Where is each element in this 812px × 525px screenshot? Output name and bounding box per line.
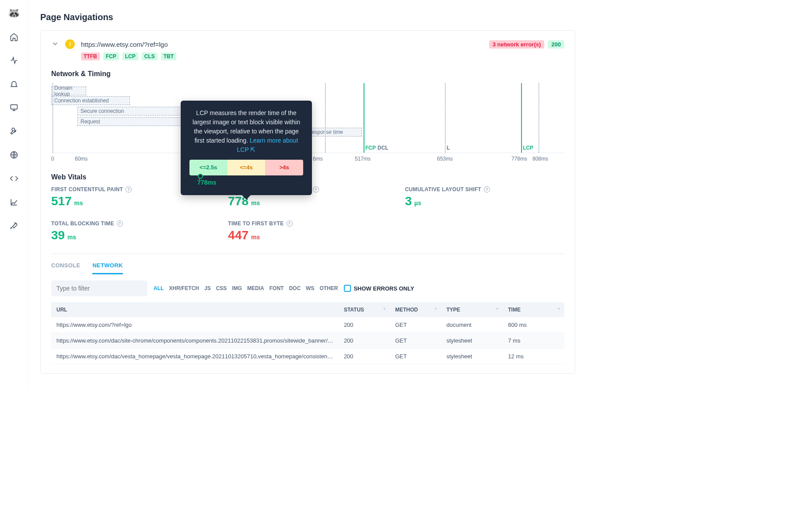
navigation-card: ! https://www.etsy.com/?ref=lgo 3 networ…: [40, 30, 575, 374]
filter-all[interactable]: ALL: [154, 285, 164, 291]
marker-end-line: [539, 83, 539, 153]
th-type[interactable]: TYPE▼: [441, 302, 503, 317]
table-row[interactable]: https://www.etsy.com/dac/site-chrome/com…: [51, 333, 564, 349]
vital-pills: TTFBFCPLCPCLSTBT: [81, 52, 564, 60]
filter-img[interactable]: IMG: [232, 285, 242, 291]
help-icon[interactable]: ?: [117, 220, 123, 227]
threshold-scale: <=2.5s <=4s >4s: [189, 160, 303, 175]
label-dcl: DCL: [378, 145, 388, 151]
filter-ws[interactable]: WS: [306, 285, 314, 291]
marker-dcl-line: [325, 83, 326, 153]
table-row[interactable]: https://www.etsy.com/?ref=lgo200GETdocum…: [51, 317, 564, 333]
filter-font[interactable]: FONT: [270, 285, 284, 291]
section-timing-title: Network & Timing: [51, 70, 564, 78]
type-filters: ALLXHR/FETCHJSCSSIMGMEDIAFONTDOCWSOTHER: [154, 285, 338, 291]
table-row[interactable]: https://www.etsy.com/dac/vesta_homepage/…: [51, 349, 564, 364]
th-url[interactable]: URL: [51, 302, 339, 317]
filter-doc[interactable]: DOC: [289, 285, 301, 291]
bar-domain-lookup: Domain lookup: [51, 87, 86, 95]
th-status[interactable]: STATUS▼: [339, 302, 390, 317]
marker-start: [52, 83, 53, 153]
filter-other[interactable]: OTHER: [319, 285, 338, 291]
tab-console[interactable]: CONSOLE: [51, 262, 80, 274]
help-icon[interactable]: ?: [287, 220, 293, 227]
pill-tbt: TBT: [161, 52, 176, 60]
nav-globe-icon[interactable]: [6, 147, 22, 163]
page-title: Page Navigations: [40, 12, 575, 22]
label-l: L: [447, 145, 450, 151]
checkbox-icon: [344, 285, 351, 292]
help-icon[interactable]: ?: [484, 186, 490, 192]
pill-ttfb: TTFB: [81, 52, 100, 60]
chevron-down-icon[interactable]: [51, 40, 59, 49]
vital-total-blocking-time: TOTAL BLOCKING TIME ?39 ms: [51, 220, 210, 242]
label-lcp: LCP: [523, 145, 533, 151]
nav-chart-icon[interactable]: [6, 194, 22, 210]
warning-icon: !: [65, 39, 75, 49]
pill-fcp: FCP: [103, 52, 119, 60]
bar-connection: Connection established: [51, 96, 130, 105]
marker-lcp-line: [521, 83, 522, 153]
filter-xhr-fetch[interactable]: XHR/FETCH: [169, 285, 199, 291]
main: Page Navigations ! https://www.etsy.com/…: [28, 0, 588, 388]
bar-secure: Secure connection: [77, 107, 182, 116]
filter-input[interactable]: [51, 280, 147, 296]
network-table: URL STATUS▼ METHOD▼ TYPE▼ TIME▼ https://…: [51, 302, 564, 364]
nav-rocket-icon[interactable]: [6, 218, 22, 234]
divider: [51, 254, 564, 254]
help-icon[interactable]: ?: [126, 186, 132, 192]
vital-time-to-first-byte: TIME TO FIRST BYTE ?447 ms: [228, 220, 387, 242]
vital-cumulative-layout-shift: CUMULATIVE LAYOUT SHIFT ?3 µs: [405, 186, 564, 208]
pill-lcp: LCP: [122, 52, 138, 60]
th-method[interactable]: METHOD▼: [390, 302, 441, 317]
pill-cls: CLS: [142, 52, 158, 60]
filter-media[interactable]: MEDIA: [247, 285, 264, 291]
nav-wrench-icon[interactable]: [6, 123, 22, 139]
filter-js[interactable]: JS: [204, 285, 211, 291]
errors-only-toggle[interactable]: SHOW ERRORS ONLY: [344, 285, 414, 292]
detail-tabs: CONSOLE NETWORK: [51, 262, 564, 274]
nav-code-icon[interactable]: [6, 171, 22, 186]
error-badge: 3 network error(s): [489, 40, 545, 49]
network-toolbar: ALLXHR/FETCHJSCSSIMGMEDIAFONTDOCWSOTHER …: [51, 280, 564, 296]
filter-css[interactable]: CSS: [216, 285, 227, 291]
marker-l-line: [445, 83, 446, 153]
nav-home-icon[interactable]: [6, 29, 22, 45]
label-fcp: FCP: [365, 145, 376, 151]
bar-response: Response time: [305, 128, 362, 136]
nav-bell-icon[interactable]: [6, 76, 22, 92]
nav-pulse-icon[interactable]: [6, 52, 22, 68]
lcp-tooltip: LCP measures the render time of the larg…: [181, 101, 312, 195]
svg-rect-0: [10, 105, 17, 109]
logo: 🦝: [6, 5, 22, 21]
th-time[interactable]: TIME▼: [503, 302, 564, 317]
help-icon[interactable]: ?: [313, 186, 319, 192]
navigation-url: https://www.etsy.com/?ref=lgo: [81, 41, 168, 48]
tooltip-marker: 778ms: [189, 178, 303, 187]
nav-monitor-icon[interactable]: [6, 100, 22, 116]
status-badge: 200: [548, 40, 564, 49]
sidebar: 🦝: [0, 0, 28, 388]
tab-network[interactable]: NETWORK: [92, 262, 122, 274]
marker-fcp-line: [364, 83, 364, 153]
